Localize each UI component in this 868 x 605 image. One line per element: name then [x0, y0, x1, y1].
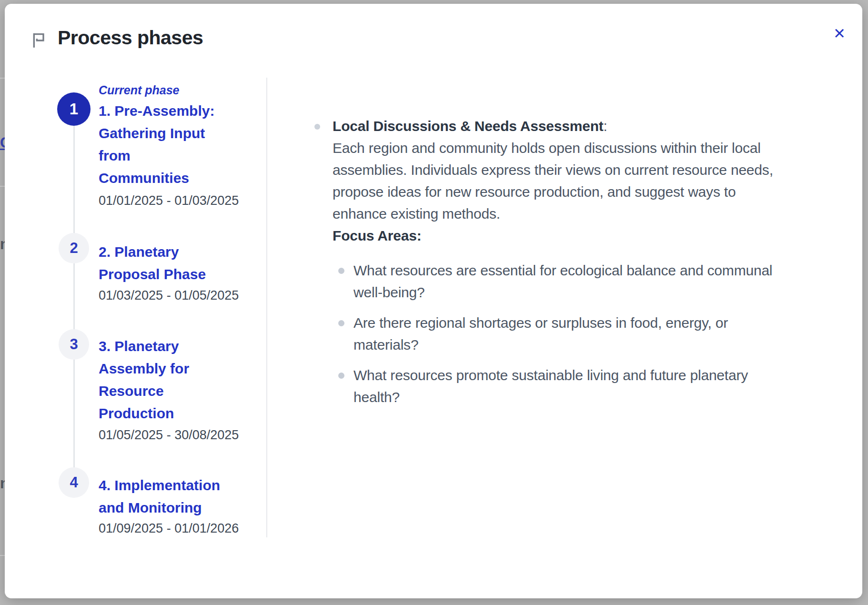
phase-step-number: 1 — [70, 100, 78, 118]
phase-step-number: 4 — [70, 474, 78, 491]
phase-dates-4: 01/09/2025 - 01/01/2026 — [99, 521, 263, 536]
phase-step-circle-3: 3 — [59, 329, 89, 360]
focus-area-item: Are there regional shortages or surpluse… — [353, 312, 837, 356]
phase-step-circle-4: 4 — [59, 467, 89, 498]
column-divider — [266, 78, 267, 537]
phase-step-circle-1: 1 — [57, 92, 91, 126]
flag-icon — [30, 30, 49, 50]
timeline-connector-line — [73, 109, 75, 485]
bullet-dot — [338, 268, 344, 274]
close-icon[interactable]: ✕ — [828, 22, 851, 45]
current-phase-badge: Current phase — [99, 83, 179, 97]
phase-dates-1: 01/01/2025 - 01/03/2025 — [99, 193, 263, 208]
phase-dates-2: 01/03/2025 - 01/05/2025 — [99, 288, 263, 303]
phase-dates-3: 01/05/2025 - 30/08/2025 — [99, 428, 263, 443]
focus-area-item: What resources are essential for ecologi… — [353, 260, 837, 303]
description-heading-line: Local Discussions & Needs Assessment: — [333, 115, 840, 137]
phase-step-number: 2 — [70, 240, 78, 257]
phase-link-1[interactable]: 1. Pre-Assembly: Gathering Input from Co… — [99, 100, 263, 189]
phase-link-3[interactable]: 3. Planetary Assembly for Resource Produ… — [99, 335, 263, 424]
focus-area-item: What resources promote sustainable livin… — [353, 364, 837, 408]
bullet-dot — [338, 320, 344, 326]
dialog-title: Process phases — [58, 27, 203, 49]
phase-link-4[interactable]: 4. Implementation and Monitoring — [99, 474, 263, 519]
phase-link-2[interactable]: 2. Planetary Proposal Phase — [99, 241, 263, 285]
phase-step-circle-2: 2 — [59, 233, 89, 263]
focus-areas-label: Focus Areas: — [333, 225, 840, 247]
process-phases-dialog: Process phases ✕ 1 2 3 4 Current phase 1… — [5, 4, 862, 598]
phase-description: Local Discussions & Needs Assessment: Ea… — [333, 115, 840, 247]
description-heading-colon: : — [604, 118, 607, 134]
bullet-dot — [338, 373, 344, 379]
phase-step-number: 3 — [70, 336, 78, 353]
description-body: Each region and community holds open dis… — [333, 137, 840, 225]
description-heading: Local Discussions & Needs Assessment — [333, 118, 604, 134]
bullet-dot — [314, 124, 320, 130]
